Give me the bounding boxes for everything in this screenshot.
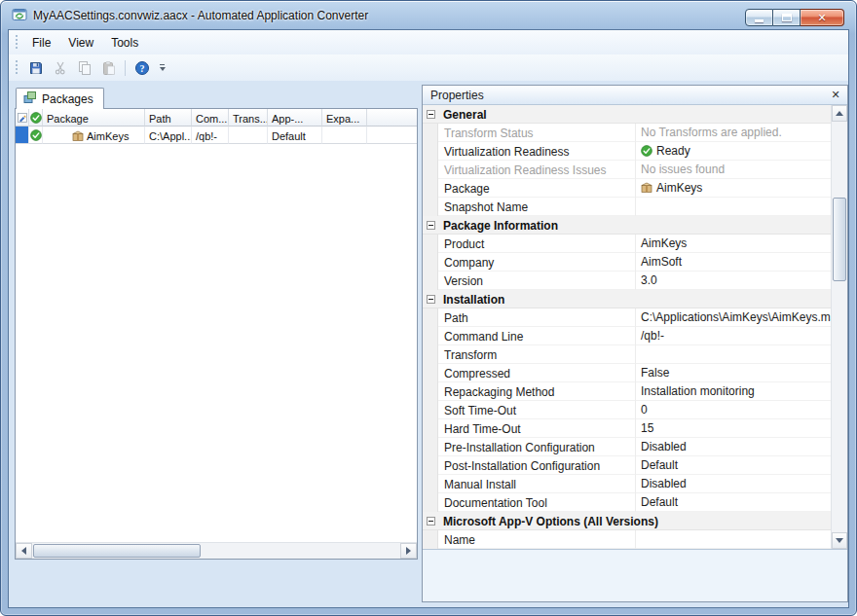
property-value-text: 15	[641, 421, 653, 435]
property-row-command-line[interactable]: Command Line/qb!-	[423, 327, 831, 345]
property-value[interactable]: No Transforms are applied.	[636, 124, 831, 142]
property-value[interactable]: False	[636, 364, 831, 382]
property-group-installation[interactable]: Installation	[423, 290, 831, 308]
collapse-toggle[interactable]	[423, 290, 438, 308]
property-row-manual-install[interactable]: Manual InstallDisabled	[423, 475, 831, 493]
arrow-down-icon	[836, 538, 843, 543]
property-row-company[interactable]: CompanyAimSoft	[423, 253, 831, 272]
property-row-hard-time-out[interactable]: Hard Time-Out15	[423, 419, 831, 438]
property-row-transform-status[interactable]: Transform StatusNo Transforms are applie…	[423, 124, 831, 142]
expand-cell[interactable]	[322, 127, 367, 144]
collapse-toggle[interactable]	[423, 105, 438, 123]
package-cell[interactable]: AimKeys	[43, 127, 145, 144]
column-header-package[interactable]: Package	[43, 109, 145, 127]
property-grid: GeneralTransform StatusNo Transforms are…	[423, 105, 831, 549]
horizontal-scrollbar[interactable]	[16, 542, 417, 559]
property-group-microsoft-app-v-options-all-versions[interactable]: Microsoft App-V Options (All Versions)	[423, 512, 831, 530]
command-cell[interactable]: /qb!-	[192, 127, 229, 144]
property-value[interactable]: Default	[636, 456, 831, 475]
close-button[interactable]: ✕	[801, 9, 844, 26]
property-row-virtualization-readiness-issues[interactable]: Virtualization Readiness IssuesNo issues…	[423, 161, 831, 179]
tab-packages[interactable]: Packages	[16, 88, 104, 109]
property-value[interactable]: Installation monitoring	[636, 382, 831, 401]
property-row-documentation-tool[interactable]: Documentation ToolDefault	[423, 493, 831, 512]
package-row-aimkeys[interactable]: AimKeysC:\Appl.../qb!-Default	[16, 127, 417, 144]
property-row-package[interactable]: PackageAimKeys	[423, 179, 831, 198]
property-row-pre-installation-configuration[interactable]: Pre-Installation ConfigurationDisabled	[423, 438, 831, 456]
property-value[interactable]	[636, 345, 831, 364]
properties-close-icon[interactable]: ✕	[829, 89, 842, 101]
property-row-path[interactable]: PathC:\Applications\AimKeys\AimKeys.msi	[423, 308, 831, 327]
column-header-transform[interactable]: Trans...	[229, 109, 268, 127]
property-value[interactable]	[636, 530, 831, 549]
column-header-expand[interactable]: Expa...	[322, 109, 367, 127]
toolbar-grip	[15, 60, 19, 76]
property-row-product[interactable]: ProductAimKeys	[423, 235, 831, 253]
column-header-status[interactable]	[29, 109, 43, 127]
property-group-package-information[interactable]: Package Information	[423, 216, 831, 235]
title-bar[interactable]: MyAACSettings.convwiz.aacx - Automated A…	[1, 1, 856, 29]
property-row-virtualization-readiness[interactable]: Virtualization ReadinessReady	[423, 142, 831, 161]
property-value[interactable]: C:\Applications\AimKeys\AimKeys.msi	[636, 308, 831, 327]
scroll-right-button[interactable]	[400, 543, 417, 559]
save-button[interactable]	[24, 57, 47, 79]
menu-view[interactable]: View	[59, 32, 102, 54]
property-value[interactable]: Disabled	[636, 475, 831, 493]
transform-cell[interactable]	[229, 127, 268, 144]
menu-file[interactable]: File	[23, 32, 59, 54]
row-status-cell[interactable]	[29, 127, 43, 144]
scroll-left-button[interactable]	[16, 543, 32, 559]
scroll-up-button[interactable]	[832, 105, 847, 122]
property-value[interactable]: 0	[636, 401, 831, 419]
toolbar-overflow-button[interactable]	[156, 57, 168, 79]
property-value-text: Installation monitoring	[641, 384, 755, 398]
property-group-general[interactable]: General	[423, 105, 831, 124]
property-value[interactable]	[636, 198, 831, 216]
column-header-command[interactable]: Com...	[192, 109, 229, 127]
property-value[interactable]: 3.0	[636, 272, 831, 290]
appv-cell[interactable]: Default	[268, 127, 322, 144]
column-header-selector[interactable]	[16, 109, 29, 127]
maximize-button[interactable]	[773, 9, 801, 26]
property-value[interactable]: No issues found	[636, 161, 831, 179]
packages-grid-header: PackagePathCom...Trans...App-...Expa...	[16, 109, 417, 127]
properties-description-area	[423, 549, 847, 601]
close-icon: ✕	[817, 13, 826, 23]
collapse-toggle[interactable]	[423, 216, 438, 234]
row-selector-cell[interactable]	[16, 127, 29, 144]
property-value[interactable]: AimKeys	[636, 179, 831, 198]
property-row-soft-time-out[interactable]: Soft Time-Out0	[423, 401, 831, 419]
scroll-down-button[interactable]	[832, 532, 847, 549]
column-header-appv[interactable]: App-...	[268, 109, 322, 127]
property-name: Package	[438, 179, 636, 198]
horizontal-scroll-thumb[interactable]	[33, 544, 201, 558]
property-value[interactable]: 15	[636, 419, 831, 438]
collapse-toggle[interactable]	[423, 512, 438, 529]
copy-button	[73, 57, 95, 79]
horizontal-scroll-track[interactable]	[32, 543, 400, 559]
application-window: MyAACSettings.convwiz.aacx - Automated A…	[0, 0, 857, 616]
arrow-left-icon	[21, 547, 26, 555]
property-row-transform[interactable]: Transform	[423, 345, 831, 364]
property-value[interactable]: AimSoft	[636, 253, 831, 272]
path-cell[interactable]: C:\Appl...	[145, 127, 192, 144]
help-button[interactable]: ?	[130, 57, 153, 79]
property-value[interactable]: Ready	[636, 142, 831, 161]
menu-tools[interactable]: Tools	[102, 32, 147, 54]
property-value[interactable]: /qb!-	[636, 327, 831, 345]
property-value[interactable]: AimKeys	[636, 235, 831, 253]
vertical-scrollbar[interactable]	[831, 105, 847, 549]
property-value[interactable]: Disabled	[636, 438, 831, 456]
property-row-snapshot-name[interactable]: Snapshot Name	[423, 198, 831, 216]
column-header-path[interactable]: Path	[145, 109, 192, 127]
vertical-scroll-thumb[interactable]	[833, 198, 846, 281]
property-name: Product	[438, 235, 636, 253]
property-row-compressed[interactable]: CompressedFalse	[423, 364, 831, 382]
property-row-repackaging-method[interactable]: Repackaging MethodInstallation monitorin…	[423, 382, 831, 401]
minimize-button[interactable]	[745, 9, 773, 26]
property-name: Post-Installation Configuration	[438, 456, 636, 475]
property-row-version[interactable]: Version3.0	[423, 272, 831, 290]
property-row-name[interactable]: Name	[423, 530, 831, 549]
property-value[interactable]: Default	[636, 493, 831, 512]
property-row-post-installation-configuration[interactable]: Post-Installation ConfigurationDefault	[423, 456, 831, 475]
